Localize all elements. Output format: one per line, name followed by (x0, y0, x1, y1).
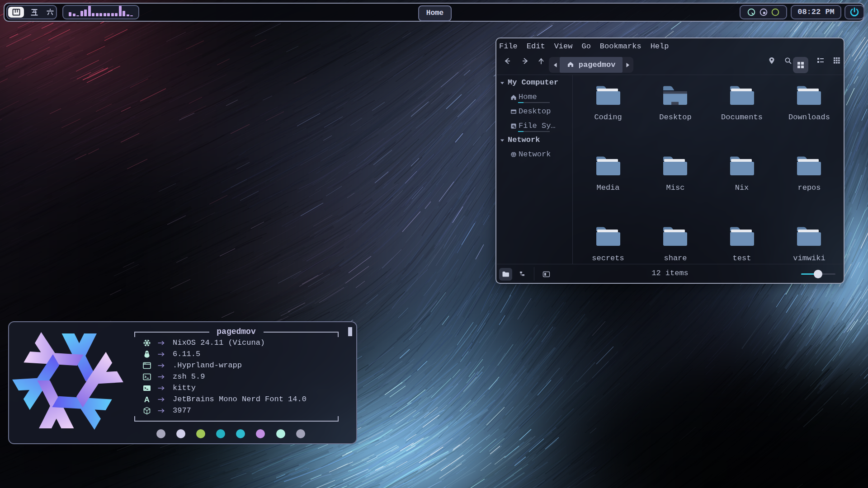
svg-text:A: A (144, 395, 150, 404)
